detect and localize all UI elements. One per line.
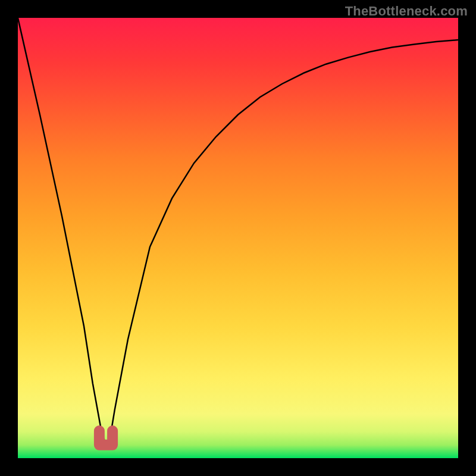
bottleneck-curve: [18, 18, 458, 445]
watermark-text: TheBottleneck.com: [345, 4, 468, 19]
curve-svg: [18, 18, 458, 458]
plot-area: [18, 18, 458, 458]
chart-frame: TheBottleneck.com: [0, 0, 476, 476]
optimal-marker: [99, 431, 112, 445]
